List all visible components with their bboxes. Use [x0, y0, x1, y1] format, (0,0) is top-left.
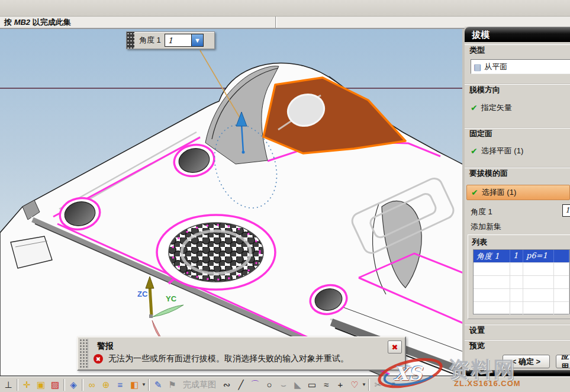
- alert-title: 警报: [97, 341, 114, 352]
- status-bar-divider: [275, 17, 277, 28]
- toolbar-separator: [82, 379, 83, 391]
- toolbar-separator: [17, 379, 18, 391]
- watermark-site-url: ZL.XS1616.COM: [454, 379, 521, 388]
- window-title-bar: [0, 0, 570, 17]
- check-icon: ✔: [471, 188, 478, 197]
- toolbar-separator: [63, 379, 65, 391]
- dialog-title[interactable]: 拔模: [465, 27, 570, 42]
- alert-dialog: 警报 ✖ 无法为一些或所有面进行拔模。取消选择失败的输入对象并重试。 ✖: [77, 336, 406, 371]
- section-draw-direction[interactable]: 脱模方向: [465, 83, 570, 95]
- sketch-icon[interactable]: ✎: [151, 378, 165, 391]
- status-message: 按 MB2 以完成此集: [0, 17, 71, 28]
- dropdown-caret-icon[interactable]: ▼: [362, 382, 367, 387]
- section-preview[interactable]: 预览: [465, 339, 570, 351]
- wave-link-icon[interactable]: ⊕: [99, 378, 113, 391]
- fillet-icon[interactable]: ⌣: [276, 378, 291, 391]
- yc-axis-label: YC: [166, 294, 177, 303]
- circle-icon[interactable]: ○: [262, 378, 276, 391]
- point-icon[interactable]: +: [333, 378, 347, 391]
- rectangle-icon[interactable]: ▭: [305, 378, 319, 391]
- alert-message-row: ✖ 无法为一些或所有面进行拔模。取消选择失败的输入对象并重试。: [94, 354, 349, 364]
- cell-angle-value: 1: [510, 250, 523, 262]
- alert-close-button[interactable]: ✖: [388, 340, 402, 354]
- section-faces-to-draft[interactable]: 要拔模的面: [465, 167, 570, 179]
- drag-handle-icon[interactable]: [127, 32, 134, 49]
- cell-empty: [554, 250, 569, 262]
- type-dropdown-value: 从平面: [484, 62, 507, 72]
- table-row[interactable]: [474, 263, 569, 276]
- alert-drag-handle-icon[interactable]: [79, 339, 88, 368]
- draft-set-table[interactable]: 角度 1 1 p6=1: [473, 249, 570, 314]
- close-icon: ✖: [392, 343, 398, 352]
- select-face-row[interactable]: ✔ 选择面 (1): [466, 185, 570, 200]
- specify-vector-row[interactable]: ✔ 指定矢量: [465, 101, 570, 115]
- watermark-logo-text: XS: [394, 362, 422, 385]
- watermark-logo: XS: [377, 358, 447, 388]
- angle-spinner-button[interactable]: ▼: [191, 34, 203, 46]
- graphics-viewport[interactable]: ZC YC: [0, 29, 463, 376]
- spinner-down-icon: ▼: [194, 37, 201, 44]
- angle-label: 角度 1: [471, 207, 492, 217]
- perpendicular-constraint-icon[interactable]: ⊥: [1, 378, 15, 391]
- angle-input-field[interactable]: 1 ▼: [165, 34, 204, 47]
- cad-model-view: ZC YC: [0, 29, 463, 376]
- line-icon[interactable]: ╱: [234, 378, 248, 391]
- angle-input-value[interactable]: 1: [165, 36, 191, 45]
- specify-vector-label: 指定矢量: [481, 102, 512, 113]
- studio-spline-icon[interactable]: ≈: [319, 378, 333, 391]
- toolbar-separator: [148, 379, 150, 391]
- watermark: XS 资料网 ZL.XS1616.COM: [375, 354, 570, 392]
- add-new-set-label: 添加新集: [471, 221, 501, 232]
- chamfer-icon[interactable]: ◣: [291, 378, 305, 391]
- finish-flag-icon[interactable]: ⚑: [165, 378, 179, 391]
- section-stationary-plane[interactable]: 固定面: [465, 127, 570, 139]
- error-icon: ✖: [94, 354, 103, 364]
- ellipse-tool-icon[interactable]: ♡: [347, 378, 362, 391]
- pattern-feature-icon[interactable]: ▨: [48, 378, 62, 391]
- selected-draft-face[interactable]: [263, 78, 405, 153]
- toolbar-separator: [368, 379, 370, 391]
- section-type[interactable]: 类型: [465, 44, 570, 56]
- finish-sketch-label[interactable]: 完成草图: [179, 380, 220, 390]
- list-group: 列表 角度 1 1 p6=1: [468, 234, 570, 319]
- show-body-icon[interactable]: ◧: [127, 378, 141, 391]
- floating-angle-input: 角度 1 1 ▼: [126, 31, 215, 49]
- cell-angle-name: 角度 1: [474, 250, 510, 262]
- table-row[interactable]: [474, 302, 569, 315]
- check-icon: ✔: [471, 146, 478, 156]
- cell-expression: p6=1: [523, 250, 554, 262]
- angle-input-label: 角度 1: [134, 35, 165, 46]
- add-new-set-row[interactable]: 添加新集: [465, 221, 570, 233]
- angle-row: 角度 1: [465, 205, 570, 219]
- select-plane-label: 选择平面 (1): [481, 146, 524, 156]
- list-header: 列表: [468, 235, 570, 249]
- section-settings[interactable]: 设置: [465, 324, 570, 336]
- application-window: 按 MB2 以完成此集: [0, 0, 570, 392]
- check-icon: ✔: [471, 103, 478, 113]
- table-row[interactable]: [474, 289, 569, 302]
- extrude-blocks-icon[interactable]: ▣: [34, 378, 48, 391]
- draft-dialog-panel: 拔模 类型 ▤ 从平面 脱模方向 ✔ 指定矢量 固定面 ✔ 选择平面 (1) 要…: [465, 27, 570, 377]
- link-chain-icon[interactable]: ∞: [85, 378, 99, 391]
- select-face-label: 选择面 (1): [482, 187, 517, 198]
- speaker-grille[interactable]: [157, 215, 275, 290]
- angle-value-field[interactable]: 1: [562, 204, 570, 217]
- datum-tool-icon[interactable]: ✛: [20, 378, 34, 391]
- alert-message: 无法为一些或所有面进行拔模。取消选择失败的输入对象并重试。: [108, 354, 349, 364]
- type-dropdown[interactable]: ▤ 从平面: [471, 59, 570, 74]
- zc-axis-label: ZC: [137, 290, 148, 298]
- arc-icon[interactable]: ⌒: [248, 378, 262, 391]
- feature-badge-icon[interactable]: ◈: [66, 378, 80, 391]
- dropdown-caret-icon[interactable]: ▼: [141, 382, 147, 387]
- table-row[interactable]: [474, 276, 569, 289]
- select-plane-row[interactable]: ✔ 选择平面 (1): [465, 144, 570, 158]
- profile-curve-icon[interactable]: ∾: [220, 378, 234, 391]
- from-plane-icon: ▤: [474, 62, 481, 72]
- table-row-selected[interactable]: 角度 1 1 p6=1: [474, 250, 569, 263]
- part-navigator-icon[interactable]: ≡: [113, 378, 127, 391]
